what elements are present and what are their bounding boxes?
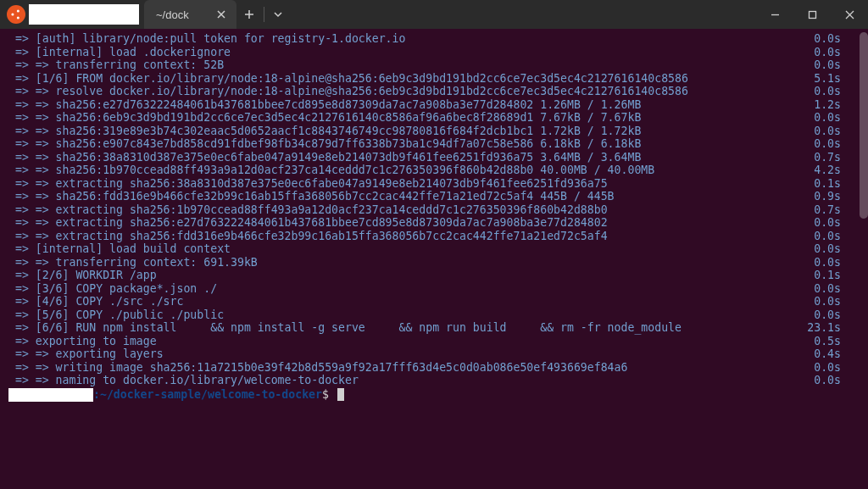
build-output-line: => => extracting sha256:1b970ccead88ff49… — [8, 203, 863, 217]
line-text: => [5/6] COPY ./public ./public — [8, 308, 224, 322]
build-output-line: => => transferring context: 691.39kB0.0s — [8, 256, 863, 270]
build-output-line: => exporting to image0.5s — [8, 335, 863, 348]
line-text: => => exporting layers — [8, 347, 164, 361]
build-output-line: => => sha256:1b970ccead88ff493a9a12d0acf… — [8, 164, 863, 177]
ubuntu-icon — [7, 5, 25, 24]
line-text: => => sha256:fdd316e9b466cfe32b99c16ab15… — [8, 190, 615, 203]
build-output-line: => => sha256:fdd316e9b466cfe32b99c16ab15… — [8, 190, 863, 203]
build-output-line: => => sha256:e907c843e7bd858cd91fdbef98f… — [8, 137, 863, 151]
line-text: => => sha256:e907c843e7bd858cd91fdbef98f… — [8, 137, 641, 151]
close-tab-button[interactable] — [214, 8, 228, 21]
svg-point-0 — [11, 13, 14, 15]
line-text: => => resolve docker.io/library/node:18-… — [8, 85, 688, 98]
line-text: => [6/6] RUN npm install && npm install … — [8, 321, 682, 335]
minimize-button[interactable] — [756, 0, 793, 29]
line-text: => [internal] load .dockerignore — [8, 46, 231, 59]
build-output-line: => [auth] library/node:pull token for re… — [8, 32, 863, 46]
build-output-line: => [1/6] FROM docker.io/library/node:18-… — [8, 72, 863, 86]
close-window-button[interactable] — [831, 0, 868, 29]
build-output-line: => [4/6] COPY ./src ./src0.0s — [8, 295, 863, 308]
svg-rect-3 — [809, 11, 815, 18]
build-output-line: => [3/6] COPY package*.json ./0.0s — [8, 282, 863, 296]
build-output-line: => => sha256:6eb9c3d9bd191bd2cc6ce7ec3d5… — [8, 111, 863, 125]
svg-point-2 — [17, 17, 19, 19]
cursor — [337, 388, 344, 401]
tab-active[interactable]: ~/dock — [144, 0, 236, 29]
line-text: => => sha256:e27d763222484061b437681bbee… — [8, 98, 641, 112]
build-output-line: => => resolve docker.io/library/node:18-… — [8, 85, 863, 98]
line-text: => => transferring context: 691.39kB — [8, 256, 258, 270]
line-text: => => sha256:38a8310d387e375e0ec6fabe047… — [8, 151, 641, 164]
build-output-line: => => transferring context: 52B0.0s — [8, 58, 863, 72]
line-time: 23.1s — [807, 321, 863, 335]
line-text: => => extracting sha256:e27d763222484061… — [8, 216, 608, 230]
build-output-line: => [internal] load .dockerignore0.0s — [8, 46, 863, 59]
terminal-body[interactable]: => [auth] library/node:pull token for re… — [0, 29, 868, 489]
line-text: => => sha256:1b970ccead88ff493a9a12d0acf… — [8, 164, 654, 177]
line-text: => => transferring context: 52B — [8, 58, 224, 72]
line-text: => => naming to docker.io/library/welcom… — [8, 374, 359, 387]
line-text: => => extracting sha256:1b970ccead88ff49… — [8, 203, 608, 217]
line-text: => [3/6] COPY package*.json ./ — [8, 282, 217, 296]
toolbar-divider — [264, 7, 264, 22]
build-output-line: => => extracting sha256:38a8310d387e375e… — [8, 177, 863, 191]
scrollbar-thumb[interactable] — [860, 32, 868, 219]
line-text: => [auth] library/node:pull token for re… — [8, 32, 405, 46]
tab-dropdown-button[interactable] — [266, 0, 290, 29]
line-text: => => extracting sha256:fdd316e9b466cfe3… — [8, 230, 608, 243]
prompt-path: :~/docker-sample/welcome-to-docker — [93, 388, 322, 402]
line-text: => => sha256:6eb9c3d9bd191bd2cc6ce7ec3d5… — [8, 111, 641, 125]
build-output-line: => => extracting sha256:e27d763222484061… — [8, 216, 863, 230]
build-output-line: => => naming to docker.io/library/welcom… — [8, 374, 863, 387]
build-output-line: => => exporting layers0.4s — [8, 347, 863, 361]
line-text: => => extracting sha256:38a8310d387e375e… — [8, 177, 608, 191]
line-text: => exporting to image — [8, 335, 157, 348]
new-tab-button[interactable] — [236, 0, 262, 29]
line-text: => => sha256:319e89e3b74c302eaac5d0652aa… — [8, 125, 641, 138]
redacted-area — [29, 4, 139, 25]
tab-title: ~/dock — [156, 8, 189, 21]
scrollbar[interactable] — [856, 29, 868, 489]
build-output-line: => => sha256:319e89e3b74c302eaac5d0652aa… — [8, 125, 863, 138]
line-text: => [internal] load build context — [8, 242, 231, 256]
line-text: => => writing image sha256:11a7215b0e39f… — [8, 361, 627, 375]
build-output-line: => [internal] load build context0.0s — [8, 242, 863, 256]
terminal-window: ~/dock => [auth] library/node:pull token — [0, 0, 868, 489]
build-output-line: => => sha256:38a8310d387e375e0ec6fabe047… — [8, 151, 863, 164]
prompt-symbol: $ — [322, 388, 336, 402]
redacted-user-host — [8, 388, 93, 402]
line-text: => [1/6] FROM docker.io/library/node:18-… — [8, 72, 688, 86]
build-output-line: => => extracting sha256:fdd316e9b466cfe3… — [8, 230, 863, 243]
svg-point-1 — [17, 9, 19, 12]
build-output-line: => => writing image sha256:11a7215b0e39f… — [8, 361, 863, 375]
build-output-line: => [6/6] RUN npm install && npm install … — [8, 321, 863, 335]
build-output-line: => [2/6] WORKDIR /app0.1s — [8, 269, 863, 282]
titlebar: ~/dock — [0, 0, 868, 29]
line-text: => [2/6] WORKDIR /app — [8, 269, 157, 282]
line-text: => [4/6] COPY ./src ./src — [8, 295, 183, 308]
maximize-button[interactable] — [793, 0, 831, 29]
build-output-line: => => sha256:e27d763222484061b437681bbee… — [8, 98, 863, 112]
window-controls — [756, 0, 868, 29]
build-output-line: => [5/6] COPY ./public ./public0.0s — [8, 308, 863, 322]
prompt-line: :~/docker-sample/welcome-to-docker $ — [8, 387, 863, 403]
